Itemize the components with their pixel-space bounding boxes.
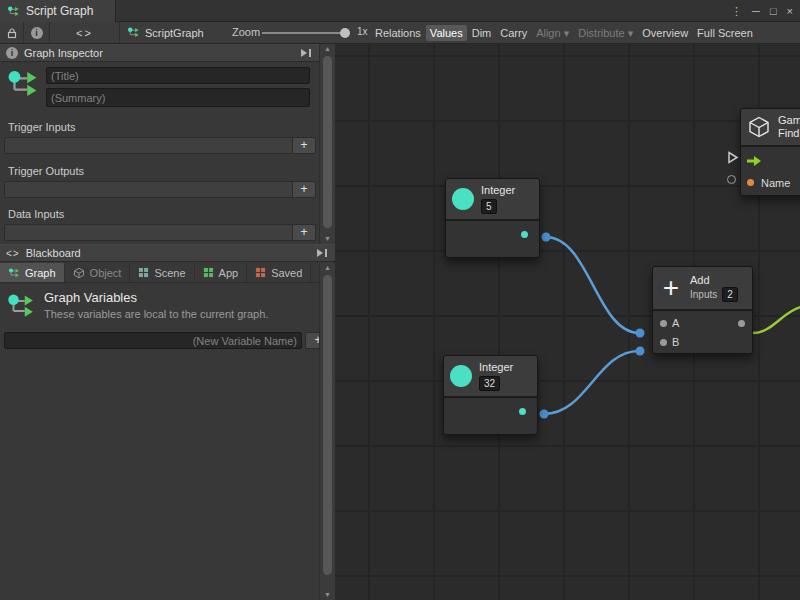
zoom-label: Zoom xyxy=(232,26,260,38)
tab-object[interactable]: Object xyxy=(65,263,131,282)
add-node[interactable]: + Add Inputs 2 A B xyxy=(652,266,753,354)
graph-canvas[interactable]: Integer 5 Integer 32 xyxy=(335,44,800,600)
value-input-port[interactable] xyxy=(727,175,736,184)
csharp-preview-button[interactable]: <> xyxy=(50,22,120,43)
data-inputs-list: + xyxy=(4,224,316,241)
wire-endpoint xyxy=(540,410,549,419)
overview-button[interactable]: Overview xyxy=(638,25,692,41)
close-button[interactable]: × xyxy=(787,5,793,17)
tab-app[interactable]: App xyxy=(195,263,248,282)
saved-icon xyxy=(255,267,266,278)
blackboard-header: <> Blackboard xyxy=(0,244,335,262)
integer-icon xyxy=(452,188,474,210)
scene-icon xyxy=(138,267,149,278)
script-graph-icon xyxy=(127,26,140,39)
maximize-button[interactable]: □ xyxy=(770,5,777,17)
add-trigger-output-button[interactable]: + xyxy=(292,182,315,197)
node-title: Integer xyxy=(479,361,513,374)
scroll-down-icon[interactable]: ▼ xyxy=(320,234,335,244)
fullscreen-button[interactable]: Full Screen xyxy=(693,25,757,41)
code-icon: <> xyxy=(76,27,93,39)
tab-saved[interactable]: Saved xyxy=(247,263,311,282)
port-row-a: A xyxy=(653,314,752,333)
graph-title-input[interactable] xyxy=(46,67,310,84)
relations-button[interactable]: Relations xyxy=(371,25,425,41)
zoom-value: 1x xyxy=(357,26,368,37)
zoom-slider-knob[interactable] xyxy=(340,28,350,38)
inspector-scrollbar[interactable]: ▲ ▼ xyxy=(319,44,335,244)
scrollbar-thumb[interactable] xyxy=(323,275,332,575)
values-button[interactable]: Values xyxy=(426,25,467,41)
integer-node-1[interactable]: Integer 5 xyxy=(445,178,540,258)
integer-node-2[interactable]: Integer 32 xyxy=(443,355,538,435)
app-icon xyxy=(203,267,214,278)
align-button[interactable]: Align ▾ xyxy=(532,25,573,42)
graph-inspector-header: i Graph Inspector xyxy=(0,44,319,62)
plus-icon: + xyxy=(659,276,683,300)
add-trigger-input-button[interactable]: + xyxy=(292,138,315,153)
dim-button[interactable]: Dim xyxy=(468,25,496,41)
scrollbar-thumb[interactable] xyxy=(323,56,332,228)
inputs-label: Inputs xyxy=(690,289,717,300)
script-graph-window: Script Graph ⋮ ─ □ × i <> ScriptGraph Zo… xyxy=(0,0,800,600)
maximize-panel-icon[interactable] xyxy=(299,48,313,58)
graph-variables-subtitle: These variables are local to the current… xyxy=(44,308,268,320)
wire-endpoint xyxy=(542,233,551,242)
input-port-b[interactable] xyxy=(660,339,667,346)
chevron-down-icon: ▾ xyxy=(628,27,634,39)
wire-integer5-to-add-a xyxy=(546,237,639,333)
tab-graph[interactable]: Graph xyxy=(0,263,65,282)
cube-icon xyxy=(73,267,85,279)
node-title: Add xyxy=(690,274,738,287)
cube-icon xyxy=(747,115,771,139)
scroll-down-icon[interactable]: ▼ xyxy=(320,590,335,600)
trigger-outputs-list: + xyxy=(4,181,316,198)
maximize-panel-icon[interactable] xyxy=(315,248,329,258)
integer-value-field[interactable]: 5 xyxy=(481,199,497,214)
tab-scene[interactable]: Scene xyxy=(130,263,194,282)
integer-icon xyxy=(450,365,472,387)
graph-inspector-title: Graph Inspector xyxy=(24,47,103,59)
inspect-button[interactable]: i xyxy=(24,22,50,43)
inputs-count-field[interactable]: 2 xyxy=(722,287,738,302)
new-variable-input[interactable] xyxy=(4,332,302,349)
sum-output-port[interactable] xyxy=(738,320,745,327)
toolbar: i <> ScriptGraph Zoom 1x Relations Value… xyxy=(0,22,800,44)
node-title: Integer xyxy=(481,184,515,197)
input-port-a[interactable] xyxy=(660,320,667,327)
gameobject-find-node[interactable]: GameObject Find Name xyxy=(740,108,800,196)
value-output-port[interactable] xyxy=(521,231,528,238)
graph-tab-icon xyxy=(8,267,20,279)
distribute-button[interactable]: Distribute ▾ xyxy=(574,25,637,42)
info-icon: i xyxy=(31,27,43,39)
flow-arrow-icon xyxy=(746,155,762,167)
breadcrumb[interactable]: ScriptGraph xyxy=(127,22,204,43)
trigger-inputs-list: + xyxy=(4,137,316,154)
wire-endpoint xyxy=(636,347,645,356)
string-input-port[interactable] xyxy=(747,179,754,186)
wire-add-output xyxy=(753,307,800,333)
node-type: GameObject xyxy=(778,114,800,127)
scroll-up-icon[interactable]: ▲ xyxy=(320,44,335,54)
window-tab[interactable]: Script Graph xyxy=(0,0,116,22)
minimize-button[interactable]: ─ xyxy=(752,5,760,17)
zoom-slider[interactable] xyxy=(262,32,350,34)
graph-variables-title: Graph Variables xyxy=(44,290,137,305)
scroll-up-icon[interactable]: ▲ xyxy=(320,263,335,273)
blackboard-icon: <> xyxy=(6,248,20,259)
info-icon: i xyxy=(6,47,18,59)
value-output-port[interactable] xyxy=(519,408,526,415)
blackboard-title: Blackboard xyxy=(26,247,81,259)
chevron-down-icon: ▾ xyxy=(564,27,570,39)
integer-value-field[interactable]: 32 xyxy=(479,376,500,391)
name-port-row: Name xyxy=(741,172,800,194)
graph-summary-input[interactable] xyxy=(46,88,310,107)
window-menu-icon[interactable]: ⋮ xyxy=(731,5,742,18)
carry-button[interactable]: Carry xyxy=(496,25,531,41)
add-data-input-button[interactable]: + xyxy=(292,225,315,240)
script-graph-icon xyxy=(7,5,20,18)
blackboard-scrollbar[interactable]: ▲ ▼ xyxy=(319,263,335,600)
flow-input-port[interactable] xyxy=(727,151,739,164)
lock-button[interactable] xyxy=(0,22,24,43)
titlebar: Script Graph ⋮ ─ □ × xyxy=(0,0,800,22)
